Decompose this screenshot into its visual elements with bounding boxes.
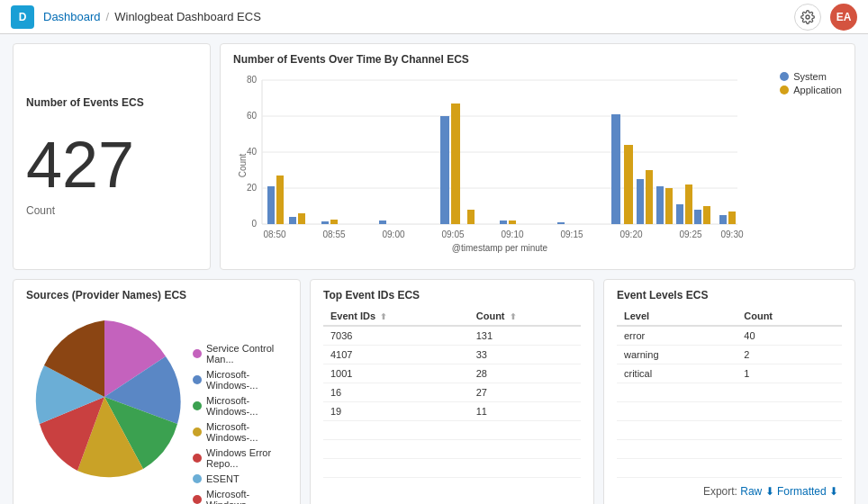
- table-row: 7036131: [323, 326, 581, 346]
- export-formatted-icon: ⬇: [829, 485, 838, 498]
- user-avatar[interactable]: EA: [830, 4, 857, 31]
- table-row-empty: [323, 421, 581, 440]
- svg-text:60: 60: [247, 111, 258, 121]
- legend-system-dot: [780, 72, 789, 81]
- bar: [379, 220, 386, 224]
- bar: [298, 213, 305, 224]
- legend-system-label: System: [793, 71, 827, 82]
- pie-legend-dot-3: [193, 428, 202, 436]
- sort-icon-count: ⬆: [510, 312, 517, 321]
- top-bar: D Dashboard / Winlogbeat Dashboard ECS E…: [0, 0, 868, 34]
- svg-text:09:20: 09:20: [619, 230, 642, 239]
- legend-item-system: System: [780, 71, 842, 82]
- export-formatted-link[interactable]: Formatted: [777, 485, 827, 498]
- events-count-panel: Number of Events ECS 427 Count: [13, 43, 211, 270]
- table-row-empty: [323, 440, 581, 459]
- svg-text:20: 20: [247, 183, 258, 193]
- bar: [467, 210, 475, 224]
- table-row-empty: [617, 383, 842, 402]
- events-table-body: 703613141073310012816271911: [323, 326, 581, 478]
- table-row-empty: [617, 402, 842, 421]
- svg-text:80: 80: [247, 75, 258, 85]
- bar: [611, 114, 620, 224]
- export-raw-link[interactable]: Raw: [740, 485, 762, 498]
- chart-panel: Number of Events Over Time By Channel EC…: [220, 43, 855, 270]
- bar: [685, 184, 692, 224]
- level-cell: warning: [617, 346, 737, 364]
- pie-legend-item-2: Microsoft-Windows-...: [193, 395, 287, 417]
- pie-legend-item-0: Service Control Man...: [193, 343, 287, 364]
- table-row-empty: [323, 459, 581, 478]
- chart-area: System Application Count: [233, 71, 842, 260]
- table-row: 1911: [323, 402, 581, 421]
- table-row: 1627: [323, 383, 581, 402]
- breadcrumb-current: Winlogbeat Dashboard ECS: [114, 10, 261, 23]
- svg-text:09:15: 09:15: [560, 230, 583, 239]
- bar: [637, 179, 644, 224]
- table-row-empty: [617, 459, 842, 478]
- top-bar-right: EA: [794, 4, 857, 31]
- pie-legend-label-0: Service Control Man...: [206, 343, 287, 364]
- chart-legend: System Application: [780, 71, 842, 95]
- svg-point-0: [806, 15, 809, 19]
- sort-icon-events: ⬆: [380, 312, 387, 321]
- bottom-row: Sources (Provider Names) ECS: [13, 279, 855, 504]
- bar: [267, 186, 275, 224]
- col-count[interactable]: Count ⬆: [469, 307, 581, 326]
- bar: [451, 104, 460, 224]
- chart-title: Number of Events Over Time By Channel EC…: [233, 53, 842, 66]
- bar: [624, 145, 633, 224]
- bar: [500, 220, 507, 224]
- pie-legend-item-1: Microsoft-Windows-...: [193, 369, 287, 391]
- settings-button[interactable]: [794, 4, 821, 31]
- svg-text:@timestamp per minute: @timestamp per minute: [452, 243, 548, 253]
- level-cell: critical: [617, 364, 737, 383]
- pie-legend-item-3: Microsoft-Windows-...: [193, 421, 287, 443]
- svg-text:09:30: 09:30: [720, 230, 743, 239]
- col-level: Level: [617, 307, 737, 326]
- main-content: Number of Events ECS 427 Count Number of…: [0, 34, 868, 504]
- level-count-cell: 40: [737, 326, 842, 346]
- export-bar: Export: Raw ⬇ Formatted ⬇: [617, 485, 842, 498]
- bar: [728, 212, 736, 224]
- pie-legend-dot-0: [193, 349, 202, 358]
- breadcrumb-separator: /: [106, 10, 110, 23]
- bar: [665, 188, 673, 224]
- pie-legend-item-5: ESENT: [193, 473, 287, 484]
- legend-application-label: Application: [793, 85, 842, 95]
- sources-panel: Sources (Provider Names) ECS: [13, 279, 301, 504]
- pie-legend-label-3: Microsoft-Windows-...: [206, 421, 287, 443]
- top-row: Number of Events ECS 427 Count Number of…: [13, 43, 855, 270]
- svg-text:Count: Count: [238, 153, 248, 177]
- table-row: 410733: [323, 346, 581, 364]
- table-row-empty: [617, 440, 842, 459]
- table-row: critical1: [617, 364, 842, 383]
- breadcrumb: Dashboard / Winlogbeat Dashboard ECS: [43, 10, 261, 23]
- breadcrumb-home[interactable]: Dashboard: [43, 10, 101, 23]
- event-id-cell: 4107: [323, 346, 469, 364]
- event-count-cell: 28: [469, 364, 581, 383]
- logo[interactable]: D: [11, 5, 34, 29]
- svg-text:09:25: 09:25: [679, 230, 701, 239]
- bar: [289, 217, 296, 224]
- pie-legend-label-5: ESENT: [206, 473, 240, 484]
- export-label: Export:: [703, 485, 737, 498]
- events-count-title: Number of Events ECS: [26, 96, 144, 109]
- bar-chart-svg: Count 0 20 40 60 80: [233, 71, 755, 260]
- event-count-cell: 27: [469, 383, 581, 402]
- col-event-ids[interactable]: Event IDs ⬆: [323, 307, 469, 326]
- pie-legend: Service Control Man... Microsoft-Windows…: [193, 343, 287, 504]
- bar: [330, 220, 338, 224]
- pie-legend-item-4: Windows Error Repo...: [193, 447, 287, 469]
- event-id-cell: 19: [323, 402, 469, 421]
- sources-title: Sources (Provider Names) ECS: [26, 289, 287, 302]
- pie-legend-dot-5: [193, 474, 202, 483]
- pie-legend-dot-2: [193, 401, 202, 410]
- event-id-cell: 16: [323, 383, 469, 402]
- svg-text:09:05: 09:05: [441, 230, 464, 239]
- pie-legend-dot-6: [193, 495, 202, 504]
- table-row: 100128: [323, 364, 581, 383]
- event-count-cell: 11: [469, 402, 581, 421]
- bar: [321, 221, 329, 224]
- event-levels-panel: Event Levels ECS Level Count error40warn…: [603, 279, 855, 504]
